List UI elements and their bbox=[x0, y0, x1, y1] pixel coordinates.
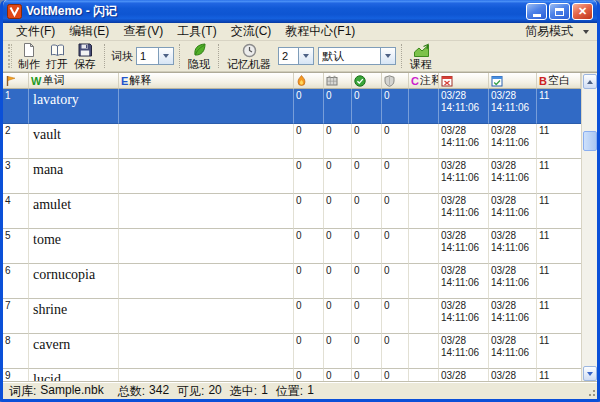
scroll-down-button[interactable] bbox=[583, 366, 597, 381]
column-header-date1[interactable] bbox=[439, 73, 489, 89]
clock-icon bbox=[242, 43, 257, 58]
chart-icon bbox=[413, 43, 430, 58]
position-value: 1 bbox=[307, 383, 314, 400]
counter-cell: 0 bbox=[382, 299, 409, 334]
memory-mode-select[interactable]: 默认 bbox=[318, 47, 396, 65]
memory-level-select[interactable]: 2 bbox=[278, 47, 314, 65]
date2-cell: 03/28 14:11:06 bbox=[489, 159, 537, 194]
library-value: Sample.nbk bbox=[40, 383, 103, 400]
table-row[interactable]: 6cornucopia000003/28 14:11:0603/28 14:11… bbox=[3, 264, 597, 299]
counter-cell: 0 bbox=[352, 264, 382, 299]
resize-grip[interactable] bbox=[586, 387, 596, 397]
column-header-flame[interactable] bbox=[294, 73, 324, 89]
column-header-date2[interactable] bbox=[489, 73, 537, 89]
counter-cell: 0 bbox=[294, 299, 324, 334]
date1-cell: 03/28 14:11:06 bbox=[439, 299, 489, 334]
column-header-blank[interactable]: B 空白 bbox=[537, 73, 581, 89]
mode-selector[interactable]: 简易模式 bbox=[523, 23, 591, 40]
word-prefix: W bbox=[31, 75, 41, 87]
date2-cell: 03/28 14:11:06 bbox=[489, 299, 537, 334]
counter-cell: 0 bbox=[324, 159, 352, 194]
date1-cell: 03/28 14:11:06 bbox=[439, 194, 489, 229]
table-row[interactable]: 4amulet000003/28 14:11:0603/28 14:11:061… bbox=[3, 194, 597, 229]
word-cell: shrine bbox=[29, 299, 119, 334]
table-row[interactable]: 3mana000003/28 14:11:0603/28 14:11:0611 bbox=[3, 159, 597, 194]
explain-cell bbox=[119, 264, 294, 299]
hide-show-button[interactable]: 隐现 bbox=[185, 42, 213, 71]
battery-icon bbox=[326, 75, 338, 86]
counter-cell: 0 bbox=[294, 334, 324, 369]
word-cell: tome bbox=[29, 229, 119, 264]
word-cell: amulet bbox=[29, 194, 119, 229]
selected-label: 选中: bbox=[230, 383, 257, 400]
minimize-icon bbox=[533, 14, 541, 17]
hide-show-button-label: 隐现 bbox=[188, 58, 210, 70]
column-header-check[interactable] bbox=[352, 73, 382, 89]
column-header-comment[interactable]: C 注释 bbox=[409, 73, 439, 89]
date2-cell: 03/28 14:11:06 bbox=[489, 229, 537, 264]
close-button[interactable]: ✕ bbox=[572, 3, 593, 20]
menu-item[interactable]: 文件(F) bbox=[9, 22, 62, 41]
make-button[interactable]: 制作 bbox=[15, 41, 43, 71]
column-header-marker[interactable] bbox=[3, 73, 29, 89]
counter-cell: 0 bbox=[382, 89, 409, 124]
comment-cell bbox=[409, 334, 439, 369]
open-button[interactable]: 打开 bbox=[43, 41, 71, 71]
row-number: 9 bbox=[3, 369, 29, 382]
visible-value: 20 bbox=[208, 383, 221, 400]
table-row[interactable]: 1lavatory000003/28 14:11:0603/28 14:11:0… bbox=[3, 89, 597, 124]
column-header-battery[interactable] bbox=[324, 73, 352, 89]
menu-item[interactable]: 查看(V) bbox=[116, 22, 170, 41]
explain-cell bbox=[119, 89, 294, 124]
scrollbar-thumb[interactable] bbox=[583, 131, 597, 151]
menu-item[interactable]: 编辑(E) bbox=[62, 22, 116, 41]
save-button[interactable]: 保存 bbox=[71, 41, 99, 71]
date1-cell: 03/28 14:11:06 bbox=[439, 264, 489, 299]
column-header-explain[interactable]: E 解释 bbox=[119, 73, 294, 89]
menu-item[interactable]: 教程中心(F1) bbox=[278, 22, 362, 41]
counter-cell: 0 bbox=[324, 89, 352, 124]
table-body: 1lavatory000003/28 14:11:0603/28 14:11:0… bbox=[3, 89, 597, 382]
row-number: 5 bbox=[3, 229, 29, 264]
toolbar: 制作 打开 保存 词块 bbox=[3, 41, 597, 72]
menu-item[interactable]: 交流(C) bbox=[224, 22, 279, 41]
mode-selector-value: 简易模式 bbox=[525, 23, 573, 40]
chevron-down-icon bbox=[380, 48, 395, 64]
table-row[interactable]: 5tome000003/28 14:11:0603/28 14:11:0611 bbox=[3, 229, 597, 264]
scroll-up-button[interactable] bbox=[583, 74, 597, 89]
counter-cell: 0 bbox=[382, 264, 409, 299]
menu-item[interactable]: 工具(T) bbox=[170, 22, 223, 41]
word-cell: cavern bbox=[29, 334, 119, 369]
comment-cell bbox=[409, 229, 439, 264]
counter-cell: 0 bbox=[382, 124, 409, 159]
counter-cell: 0 bbox=[324, 264, 352, 299]
memory-machine-button[interactable]: 记忆机器 bbox=[224, 42, 274, 71]
date1-cell: 03/28 14:11:06 bbox=[439, 369, 489, 382]
scroll-up-icon bbox=[587, 80, 593, 84]
check-icon bbox=[354, 75, 366, 87]
app-window: VoltMemo - 闪记 ✕ 文件(F)编辑(E)查看(V)工具(T)交流(C… bbox=[0, 0, 600, 402]
column-header-shield[interactable] bbox=[382, 73, 409, 89]
maximize-button[interactable] bbox=[549, 3, 570, 20]
vertical-scrollbar[interactable] bbox=[581, 73, 597, 382]
table-row[interactable]: 2vault000003/28 14:11:0603/28 14:11:0611 bbox=[3, 124, 597, 159]
minimize-button[interactable] bbox=[526, 3, 547, 20]
toolbar-gripper[interactable] bbox=[8, 44, 12, 68]
total-value: 342 bbox=[149, 383, 169, 400]
calendar-red-icon bbox=[441, 75, 453, 87]
toolbar-separator bbox=[104, 44, 105, 68]
make-button-label: 制作 bbox=[18, 58, 40, 70]
date2-cell: 03/28 14:11:06 bbox=[489, 124, 537, 159]
course-button[interactable]: 课程 bbox=[407, 42, 435, 71]
word-block-value: 1 bbox=[137, 50, 158, 62]
column-header-word[interactable]: W 单词 bbox=[29, 73, 119, 89]
word-cell: mana bbox=[29, 159, 119, 194]
status-library: 词库: Sample.nbk bbox=[9, 383, 104, 400]
table-row[interactable]: 8cavern000003/28 14:11:0603/28 14:11:061… bbox=[3, 334, 597, 369]
table-row[interactable]: 7shrine000003/28 14:11:0603/28 14:11:061… bbox=[3, 299, 597, 334]
table-row[interactable]: 9lucid000003/28 14:11:0603/28 14:11:0611 bbox=[3, 369, 597, 382]
word-block-select[interactable]: 1 bbox=[136, 47, 174, 65]
explain-cell bbox=[119, 369, 294, 382]
maximize-icon bbox=[555, 8, 564, 16]
counter-cell: 0 bbox=[352, 369, 382, 382]
